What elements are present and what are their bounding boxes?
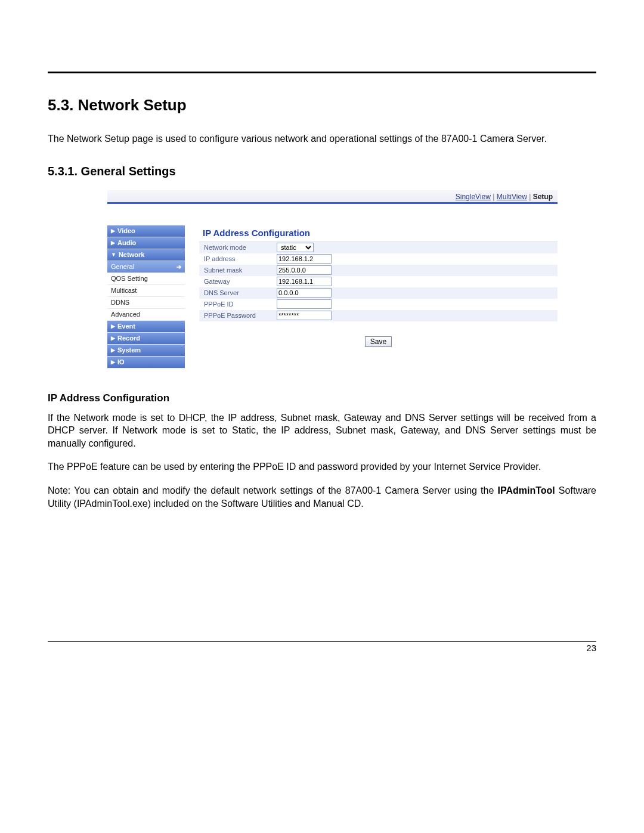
sidebar-item-label: System (117, 346, 141, 354)
sidebar-item-label: IO (117, 358, 125, 366)
triangle-right-icon: ▶ (111, 359, 115, 365)
main-pane: IP Address Configuration Network modesta… (199, 225, 558, 368)
subnet-mask-input[interactable] (277, 265, 332, 275)
sidebar-item-video[interactable]: ▶Video (107, 225, 185, 237)
sidebar-item-label: Advanced (111, 311, 140, 318)
triangle-right-icon: ▶ (111, 347, 115, 353)
table-row: PPPoE Password (199, 310, 558, 321)
config-table: Network modestatic IP address Subnet mas… (199, 242, 558, 321)
panel-title: IP Address Configuration (199, 225, 558, 242)
table-row: Network modestatic (199, 242, 558, 253)
pppoe-password-input[interactable] (277, 311, 332, 320)
sidebar-item-label: Network (119, 251, 144, 258)
page-number: 23 (48, 642, 596, 653)
sidebar-item-label: Event (117, 323, 135, 330)
ipadmintool-bold: IPAdminTool (497, 485, 555, 496)
intro-paragraph: The Network Setup page is used to config… (48, 132, 596, 145)
top-rule (48, 72, 596, 73)
sidebar-item-general[interactable]: General➔ (107, 261, 185, 273)
sidebar-item-qos[interactable]: QOS Setting (107, 273, 185, 285)
sidebar-item-label: QOS Setting (111, 275, 148, 282)
tabs-row: SingleView | MultiView | Setup (107, 190, 558, 204)
table-row: Gateway (199, 276, 558, 287)
text-span: Note: You can obtain and modify the defa… (48, 485, 497, 496)
sidebar-item-audio[interactable]: ▶Audio (107, 237, 185, 249)
sidebar-item-label: DDNS (111, 299, 129, 306)
table-row: IP address (199, 253, 558, 265)
sidebar-item-event[interactable]: ▶Event (107, 321, 185, 333)
gateway-input[interactable] (277, 277, 332, 286)
tab-separator: | (493, 193, 494, 201)
network-setup-screenshot: SingleView | MultiView | Setup ▶Video ▶A… (107, 190, 558, 368)
ip-address-input[interactable] (277, 254, 332, 264)
tab-singleview[interactable]: SingleView (456, 193, 491, 201)
section-heading: 5.3. Network Setup (48, 96, 596, 114)
network-mode-select[interactable]: static (277, 243, 314, 252)
field-label: Subnet mask (199, 265, 277, 276)
arrow-right-icon: ➔ (177, 264, 181, 270)
tab-multiview[interactable]: MultiView (497, 193, 527, 201)
dns-server-input[interactable] (277, 288, 332, 298)
sidebar-item-ddns[interactable]: DDNS (107, 297, 185, 309)
sidebar-item-label: General (111, 263, 134, 270)
triangle-right-icon: ▶ (111, 323, 115, 329)
table-row: Subnet mask (199, 265, 558, 276)
field-label: Network mode (199, 242, 277, 253)
sidebar-item-label: Video (117, 227, 135, 234)
field-label: DNS Server (199, 287, 277, 299)
subsection-heading: 5.3.1. General Settings (48, 165, 596, 178)
paragraph: The PPPoE feature can be used by enterin… (48, 460, 596, 473)
triangle-right-icon: ▶ (111, 335, 115, 341)
table-row: DNS Server (199, 287, 558, 299)
triangle-down-icon: ▼ (111, 252, 116, 258)
sidebar-item-advanced[interactable]: Advanced (107, 309, 185, 321)
field-label: PPPoE ID (199, 299, 277, 310)
sidebar-item-label: Audio (117, 239, 136, 246)
sidebar-item-record[interactable]: ▶Record (107, 333, 185, 345)
paragraph: Note: You can obtain and modify the defa… (48, 484, 596, 510)
pppoe-id-input[interactable] (277, 299, 332, 309)
sidebar-item-network[interactable]: ▼Network (107, 249, 185, 261)
ip-config-heading: IP Address Configuration (48, 392, 596, 404)
tab-separator: | (529, 193, 531, 201)
paragraph: If the Network mode is set to DHCP, the … (48, 411, 596, 450)
triangle-right-icon: ▶ (111, 240, 115, 246)
table-row: PPPoE ID (199, 299, 558, 310)
sidebar-item-label: Record (117, 335, 140, 342)
sidebar-item-system[interactable]: ▶System (107, 345, 185, 357)
field-label: Gateway (199, 276, 277, 287)
field-label: PPPoE Password (199, 310, 277, 321)
save-button[interactable]: Save (365, 336, 392, 347)
field-label: IP address (199, 253, 277, 265)
sidebar-item-io[interactable]: ▶IO (107, 357, 185, 368)
tab-setup[interactable]: Setup (533, 193, 553, 201)
sidebar: ▶Video ▶Audio ▼Network General➔ QOS Sett… (107, 225, 185, 368)
triangle-right-icon: ▶ (111, 228, 115, 234)
sidebar-item-multicast[interactable]: Multicast (107, 285, 185, 297)
sidebar-item-label: Multicast (111, 287, 137, 294)
